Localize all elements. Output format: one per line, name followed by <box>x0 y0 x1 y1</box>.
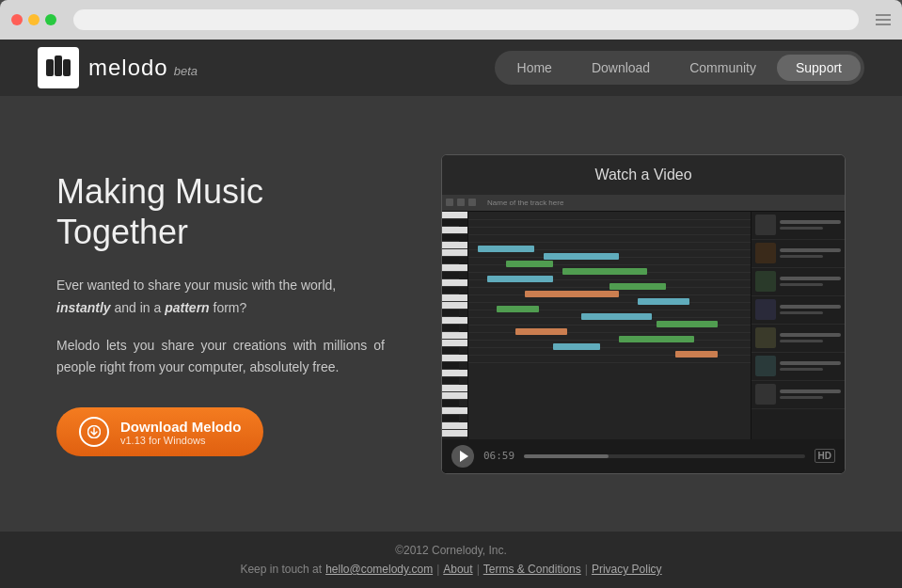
menu-line <box>876 19 891 21</box>
download-btn-text: Download Melodo v1.13 for Windows <box>120 419 241 446</box>
note-block <box>553 343 600 350</box>
nav-support[interactable]: Support <box>777 55 861 81</box>
track-title-bar <box>780 389 841 393</box>
track-info <box>780 333 841 342</box>
main-nav: Home Download Community Support <box>495 51 864 85</box>
grid-line <box>468 219 751 220</box>
note-block <box>581 313 652 320</box>
piano-key <box>442 272 459 279</box>
note-block <box>506 261 553 267</box>
sidebar-track <box>752 325 845 353</box>
logo-svg <box>44 54 72 82</box>
footer-sep: | <box>477 563 480 576</box>
piano-key <box>442 370 467 377</box>
piano-key <box>442 242 467 249</box>
page-headline: Making Music Together <box>56 171 385 252</box>
piano-key <box>442 430 467 437</box>
play-button[interactable] <box>451 445 474 468</box>
grid-line <box>468 227 751 228</box>
footer-links: Keep in touch at hello@comelody.com | Ab… <box>240 563 661 576</box>
daw-content <box>442 212 845 439</box>
piano-key <box>442 219 459 227</box>
footer-about-link[interactable]: About <box>443 563 472 576</box>
desc1-bold: instantly <box>56 300 111 315</box>
track-thumbnail <box>755 299 776 320</box>
daw-background: Name of the track here <box>442 195 845 439</box>
piano-key <box>442 234 459 242</box>
video-controls: 06:59 HD <box>442 439 845 473</box>
desc1-prefix: Ever wanted to share your music with the… <box>56 278 336 293</box>
track-info <box>780 277 841 286</box>
logo-icon <box>38 47 79 88</box>
desc1-suffix: form? <box>214 300 247 315</box>
description-2: Melodo lets you share your creations wit… <box>56 335 385 380</box>
track-thumbnail <box>755 215 776 235</box>
track-title-bar <box>780 361 841 365</box>
nav-community[interactable]: Community <box>671 55 775 81</box>
piano-key <box>442 385 467 392</box>
note-block <box>619 336 694 342</box>
note-block <box>497 306 539 312</box>
piano-key <box>442 212 467 219</box>
sidebar-track <box>752 381 845 409</box>
track-title-bar <box>780 220 841 224</box>
maximize-dot[interactable] <box>45 14 56 25</box>
piano-roll <box>442 212 468 439</box>
piano-key <box>442 400 459 407</box>
progress-bar[interactable] <box>524 454 804 458</box>
svg-rect-3 <box>63 59 71 76</box>
piano-key <box>442 279 467 287</box>
track-info <box>780 361 841 371</box>
piano-key <box>442 249 467 257</box>
browser-menu-icon[interactable] <box>876 14 891 25</box>
menu-line <box>876 24 891 25</box>
note-block <box>544 253 619 260</box>
logo-area: melodo beta <box>38 47 198 88</box>
piano-key <box>442 415 459 422</box>
grid-line <box>468 242 751 243</box>
download-button[interactable]: Download Melodo v1.13 for Windows <box>56 407 263 456</box>
note-block <box>478 246 534 252</box>
piano-key <box>442 377 459 385</box>
nav-download[interactable]: Download <box>573 55 669 81</box>
track-thumbnail <box>755 356 776 376</box>
footer-privacy-link[interactable]: Privacy Policy <box>592 563 662 576</box>
nav-home[interactable]: Home <box>498 55 571 81</box>
track-info <box>780 248 841 258</box>
piano-key <box>442 257 459 264</box>
download-btn-main: Download Melodo <box>120 419 241 435</box>
track-info <box>780 389 841 399</box>
track-subtitle-bar <box>780 340 823 342</box>
toolbar-btn <box>468 199 476 206</box>
track-title-bar <box>780 248 841 252</box>
menu-line <box>876 14 891 16</box>
footer-keep-in-touch: Keep in touch at <box>240 563 322 576</box>
piano-key <box>442 407 467 415</box>
logo-name: melodo <box>88 55 168 81</box>
note-block <box>675 351 718 358</box>
desc1-mid: and in a <box>114 300 161 315</box>
site-footer: ©2012 Cornelody, Inc. Keep in touch at h… <box>0 532 902 588</box>
track-thumbnail <box>755 271 776 292</box>
address-bar[interactable] <box>73 9 859 30</box>
site-header: melodo beta Home Download Community Supp… <box>0 40 902 96</box>
minimize-dot[interactable] <box>28 14 40 25</box>
footer-terms-link[interactable]: Terms & Conditions <box>483 563 581 576</box>
download-btn-sub: v1.13 for Windows <box>120 435 241 446</box>
piano-key <box>442 264 467 272</box>
track-title-bar <box>780 305 841 309</box>
piano-key <box>442 227 467 234</box>
grid-line <box>468 362 751 363</box>
close-dot[interactable] <box>11 14 23 25</box>
note-block <box>515 328 567 335</box>
track-info <box>780 220 841 230</box>
track-subtitle-bar <box>780 227 823 230</box>
footer-email-link[interactable]: hello@comelody.com <box>325 563 433 576</box>
track-subtitle-bar <box>780 311 823 314</box>
piano-key <box>442 325 459 332</box>
toolbar-btn <box>457 199 465 206</box>
track-thumbnail <box>755 384 776 405</box>
track-name-label: Name of the track here <box>487 199 563 207</box>
piano-key <box>442 310 459 317</box>
video-frame: Name of the track here <box>442 195 845 473</box>
